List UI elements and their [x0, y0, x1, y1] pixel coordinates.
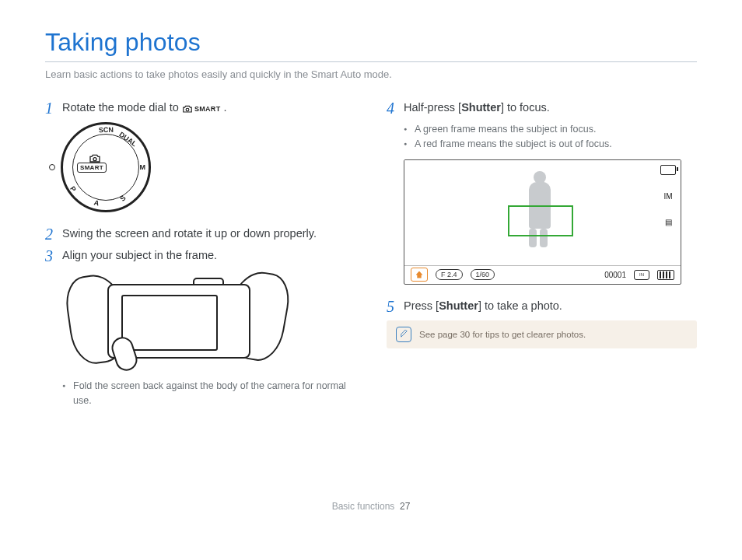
step-3-note: Fold the screen back against the body of…: [62, 379, 355, 408]
size-indicator: IM: [663, 192, 672, 201]
home-icon: [411, 268, 428, 282]
storage-icon: IN: [634, 270, 649, 280]
step-number-2: 2: [45, 226, 62, 242]
dial-m: M: [140, 163, 146, 171]
svg-point-1: [93, 158, 96, 161]
step-4-bold: Shutter: [461, 101, 501, 114]
footer-page: 27: [400, 501, 410, 512]
smart-mode-icon: SMART: [182, 104, 221, 114]
camera-icon: [182, 105, 193, 114]
note-icon: [396, 327, 411, 342]
mode-dial-illustration: SMART SCN DUAL M S A P: [61, 122, 355, 212]
storage-level-icon: [657, 270, 674, 280]
battery-icon: [660, 165, 676, 175]
footer-section: Basic functions: [332, 501, 395, 512]
frame-counter: 00001: [604, 271, 626, 279]
quality-indicator: ▤: [665, 218, 672, 226]
step-4-bullet-a: A green frame means the subject in focus…: [404, 122, 697, 137]
step-4-pre: Half-press [: [404, 101, 461, 114]
dial-a: A: [93, 198, 100, 207]
step-5-text: Press [Shutter] to take a photo.: [404, 299, 562, 314]
step-2-text: Swing the screen and rotate it up or dow…: [62, 226, 317, 242]
smart-label: SMART: [194, 104, 221, 114]
step-3-text: Align your subject in the frame.: [62, 248, 217, 264]
step-number-5: 5: [387, 299, 404, 314]
step-4-bullet-b: A red frame means the subject is out of …: [404, 137, 697, 152]
camera-hold-illustration: [76, 270, 278, 371]
tip-text: See page 30 for tips to get clearer phot…: [419, 330, 586, 339]
step-number-3: 3: [45, 248, 62, 264]
dial-scn: SCN: [99, 126, 114, 135]
page-subtitle: Learn basic actions to take photos easil…: [45, 68, 697, 80]
step-4-post: ] to focus.: [501, 101, 550, 114]
dial-p: P: [68, 185, 78, 194]
tip-callout: See page 30 for tips to get clearer phot…: [387, 320, 697, 348]
aperture-value: F 2.4: [436, 269, 463, 280]
dial-s: S: [118, 194, 127, 202]
focus-frame: [508, 205, 573, 236]
dial-smart-label: SMART: [77, 163, 107, 173]
step-1-text: Rotate the mode dial to SMART .: [62, 100, 227, 116]
shutter-value: 1/60: [471, 269, 495, 280]
page-title: Taking photos: [45, 28, 697, 62]
step-number-1: 1: [45, 100, 62, 116]
step-5-post: ] to take a photo.: [478, 299, 562, 312]
step-number-4: 4: [387, 100, 404, 116]
page-footer: Basic functions 27: [0, 501, 742, 512]
step-1-pre: Rotate the mode dial to: [62, 101, 182, 114]
step-1-post: .: [224, 101, 227, 114]
step-5-pre: Press [: [404, 299, 439, 312]
svg-point-0: [186, 108, 189, 111]
lcd-preview-illustration: IM ▤ F 2.4 1/60 00001 IN: [404, 159, 681, 285]
camera-icon: [89, 154, 101, 163]
step-4-text: Half-press [Shutter] to focus.: [404, 100, 550, 116]
dial-pointer-dot: [49, 164, 55, 170]
step-5-bold: Shutter: [439, 299, 478, 312]
dial-dual: DUAL: [117, 131, 138, 149]
